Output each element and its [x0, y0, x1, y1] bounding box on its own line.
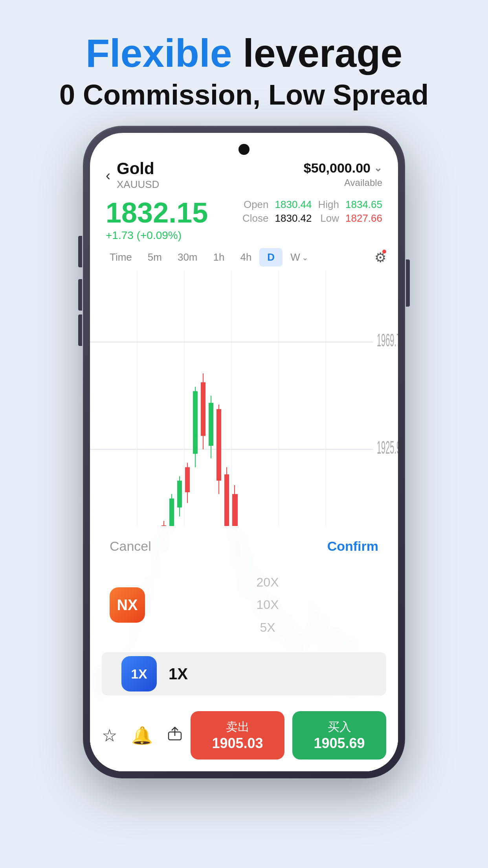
header-title-blue: Flexible	[86, 31, 232, 75]
svg-rect-42	[224, 474, 229, 526]
picker-item-10x[interactable]: 10X	[157, 594, 378, 616]
cancel-button[interactable]: Cancel	[110, 539, 151, 554]
close-value: 1830.42	[275, 212, 312, 224]
svg-rect-40	[216, 409, 221, 481]
svg-rect-32	[185, 467, 190, 493]
tf-d[interactable]: D	[259, 248, 283, 267]
ohlc-grid: Open 1830.44 High 1834.65 Close 1830.42 …	[242, 199, 382, 224]
selected-leverage-text: 1X	[169, 665, 188, 683]
star-icon[interactable]: ☆	[102, 725, 117, 745]
bell-icon[interactable]: 🔔	[131, 725, 153, 746]
tf-w[interactable]: W⌄	[283, 248, 316, 267]
header-subtitle: 0 Commission, Low Spread	[0, 79, 488, 111]
header-title: Flexible leverage	[0, 31, 488, 75]
balance-info: $50,000.00 ⌄ Available	[304, 160, 382, 188]
tf-30m[interactable]: 30m	[170, 248, 205, 267]
high-value: 1834.65	[345, 199, 382, 211]
buy-button[interactable]: 买入 1905.69	[292, 711, 386, 760]
nx-logo: NX	[110, 587, 145, 623]
svg-text:1969.78: 1969.78	[377, 330, 398, 350]
asset-info: ‹ Gold XAUUSD	[106, 160, 159, 191]
svg-rect-36	[201, 382, 205, 436]
back-arrow-icon[interactable]: ‹	[106, 167, 110, 184]
phone-screen: ‹ Gold XAUUSD $50,000.00 ⌄ Available	[90, 133, 398, 771]
header-title-black: leverage	[232, 31, 402, 75]
asset-symbol: XAUUSD	[117, 178, 159, 191]
picker-wheel[interactable]: 20X 10X 5X	[157, 566, 378, 644]
action-icons: ☆ 🔔	[102, 725, 183, 746]
onex-logo: 1X	[121, 656, 157, 691]
settings-icon[interactable]: ⚙	[374, 250, 386, 265]
open-value: 1830.44	[275, 199, 312, 211]
tf-1h[interactable]: 1h	[205, 248, 233, 267]
header-section: Flexible leverage 0 Commission, Low Spre…	[0, 0, 488, 127]
sheet-header: Cancel Confirm	[90, 526, 398, 562]
low-label: Low	[318, 212, 339, 224]
high-label: High	[318, 199, 339, 211]
svg-rect-30	[177, 481, 182, 508]
buy-price: 1905.69	[296, 735, 382, 752]
share-icon[interactable]	[167, 726, 183, 745]
leverage-picker[interactable]: NX 20X 10X 5X	[90, 562, 398, 652]
app-header: ‹ Gold XAUUSD $50,000.00 ⌄ Available	[90, 133, 398, 199]
current-price: 1832.15	[106, 199, 208, 227]
sell-price: 1905.03	[194, 735, 281, 752]
price-section: 1832.15 +1.73 (+0.09%) Open 1830.44 High…	[90, 199, 398, 248]
open-label: Open	[242, 199, 268, 211]
bottom-sheet: Cancel Confirm NX 20X 10X 5X 1X 1X	[90, 526, 398, 771]
picker-item-20x[interactable]: 20X	[157, 571, 378, 594]
tf-time[interactable]: Time	[102, 248, 140, 267]
price-change: +1.73 (+0.09%)	[106, 229, 208, 242]
tf-5m[interactable]: 5m	[140, 248, 170, 267]
balance-amount: $50,000.00 ⌄	[304, 160, 382, 176]
balance-label: Available	[304, 177, 382, 188]
sell-label: 卖出	[194, 719, 281, 735]
svg-rect-34	[193, 391, 198, 454]
phone-wrapper: ‹ Gold XAUUSD $50,000.00 ⌄ Available	[83, 126, 405, 778]
camera-notch	[238, 144, 250, 155]
selected-leverage-row[interactable]: 1X 1X	[102, 652, 386, 695]
tf-4h[interactable]: 4h	[232, 248, 259, 267]
svg-rect-38	[209, 403, 213, 446]
chevron-down-icon[interactable]: ⌄	[374, 162, 382, 174]
close-label: Close	[242, 212, 268, 224]
svg-text:1925.92: 1925.92	[377, 438, 398, 457]
confirm-button[interactable]: Confirm	[327, 539, 378, 554]
phone-outer: ‹ Gold XAUUSD $50,000.00 ⌄ Available	[83, 126, 405, 778]
action-bar: ☆ 🔔 卖出 1905.03	[90, 703, 398, 771]
timeframe-bar: Time 5m 30m 1h 4h D W⌄ ⚙	[90, 248, 398, 270]
low-value: 1827.66	[345, 212, 382, 224]
picker-item-5x[interactable]: 5X	[157, 616, 378, 639]
settings-notification-dot	[382, 250, 386, 254]
buy-label: 买入	[296, 719, 382, 735]
asset-name: Gold	[117, 160, 159, 177]
sell-button[interactable]: 卖出 1905.03	[191, 711, 284, 760]
